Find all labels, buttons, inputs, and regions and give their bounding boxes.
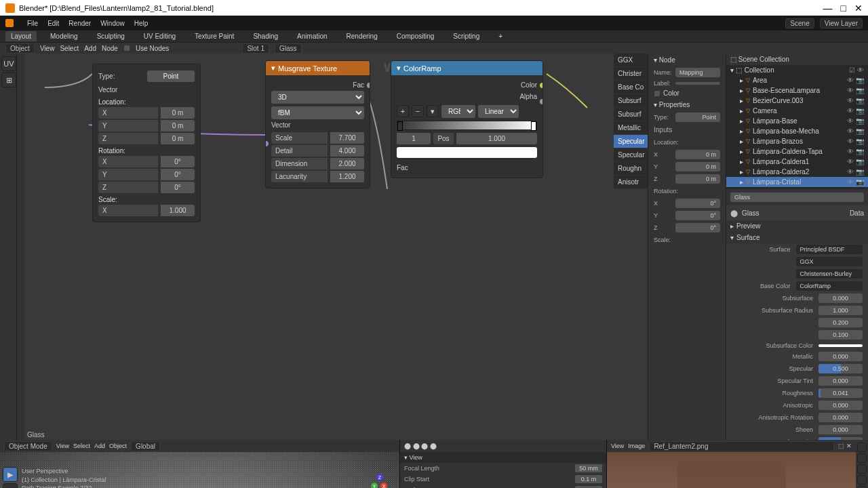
stop-index-field[interactable]: 1: [397, 133, 431, 144]
property-value[interactable]: Principled BSDF: [796, 245, 863, 254]
cursor-tool[interactable]: ⊕: [3, 483, 18, 488]
color-ramp-gradient[interactable]: [397, 121, 537, 130]
tab-layout[interactable]: Layout: [5, 31, 37, 41]
rot-y[interactable]: 0°: [161, 169, 195, 180]
property-value[interactable]: Christensen-Burley: [796, 269, 863, 279]
node-label-field[interactable]: [675, 82, 720, 85]
outliner-item[interactable]: ▸ ▽ Lámpara-Brazos👁 📷: [726, 136, 868, 146]
bsdf-row[interactable]: Roughn: [614, 162, 648, 176]
bsdf-row[interactable]: Subsurf: [614, 108, 648, 121]
tab-scripting[interactable]: Scripting: [448, 31, 485, 41]
property-value[interactable]: [818, 344, 863, 347]
property-value[interactable]: 0.000: [818, 425, 863, 434]
type-field[interactable]: Point: [675, 113, 720, 122]
remove-stop-button[interactable]: −: [412, 105, 424, 117]
property-value[interactable]: 0.000: [818, 413, 863, 422]
image-editor[interactable]: View Image Ref_Lantern2.png ⬚ ✕ 人人素材: [607, 440, 856, 488]
menu-image[interactable]: Image: [628, 443, 645, 449]
menu-view[interactable]: View: [40, 45, 55, 52]
property-value[interactable]: 0.000: [818, 376, 863, 386]
outliner-item[interactable]: ▸ ▽ Lámpara-Caldera2👁 📷: [726, 167, 868, 177]
scale-x[interactable]: 1.000: [161, 205, 195, 216]
output-tab-icon[interactable]: [857, 453, 867, 463]
3d-viewport[interactable]: Object Mode View Select Add Object Globa…: [0, 440, 400, 488]
bsdf-row[interactable]: Christer: [614, 67, 648, 81]
select-tool[interactable]: ▶: [3, 467, 18, 482]
type-dropdown[interactable]: fBM: [271, 106, 364, 119]
rot-z[interactable]: 0°: [161, 182, 195, 193]
scene-tab-icon[interactable]: [857, 475, 867, 485]
menu-render[interactable]: Render: [68, 20, 91, 27]
pos-field[interactable]: 1.000: [456, 133, 537, 144]
property-value[interactable]: 1.000: [818, 306, 863, 315]
menu-view[interactable]: View: [611, 443, 624, 449]
property-value[interactable]: 0.200: [818, 318, 863, 327]
tab-animation[interactable]: Animation: [292, 31, 332, 41]
mode-selector[interactable]: Object Mode: [4, 441, 52, 451]
musgrave-node[interactable]: ▾Musgrave Texture Fac 3D fBM Vector Scal…: [265, 60, 370, 188]
nav-gizmo[interactable]: X Y Z 🔍 ✋ 📷 ▦: [367, 472, 394, 488]
uv-icon[interactable]: UV: [1, 56, 16, 71]
property-value[interactable]: 0.000: [818, 401, 863, 410]
image-selector[interactable]: Ref_Lantern2.png: [649, 441, 834, 451]
rot-x[interactable]: 0°: [161, 156, 195, 167]
material-search[interactable]: Glass: [726, 189, 868, 205]
outliner-item[interactable]: ▸ ▽ Base-EscenaLampara👁 📷: [726, 85, 868, 96]
render-tab-icon[interactable]: [857, 443, 867, 452]
loc-z[interactable]: 0 m: [161, 133, 195, 144]
slot-selector[interactable]: Slot 1: [242, 43, 269, 54]
loc-y[interactable]: 0 m: [161, 120, 195, 131]
tab-texture-paint[interactable]: Texture Paint: [189, 31, 239, 41]
material-tab[interactable]: Glass: [742, 209, 760, 217]
lacunarity-field[interactable]: 1.200: [330, 171, 364, 182]
add-stop-button[interactable]: +: [397, 105, 409, 117]
outliner-item[interactable]: ▸ ▽ Lámpara-Caldera1👁 📷: [726, 157, 868, 167]
bsdf-row[interactable]: Metallic: [614, 121, 648, 135]
colorramp-node[interactable]: ▾ColorRamp Color Alpha + − ▾ RGB Linear …: [391, 60, 543, 178]
view-tab-icon[interactable]: [857, 464, 867, 474]
bsdf-row[interactable]: Anisotr: [614, 176, 648, 189]
color-swatch[interactable]: [397, 147, 537, 158]
property-value[interactable]: 0.500: [818, 364, 863, 373]
mapping-node[interactable]: Type: Point Vector Location: X0 m Y0 m Z…: [92, 64, 201, 222]
tool-icon[interactable]: ⊞: [1, 73, 16, 87]
property-value[interactable]: 0.041: [818, 388, 863, 398]
tab-rendering[interactable]: Rendering: [341, 31, 383, 41]
view-layer-selector[interactable]: View Layer: [820, 18, 863, 28]
outliner-item[interactable]: ▸ ▽ Lámpara-Cristal👁 📷: [726, 177, 868, 187]
loc-x[interactable]: 0 m: [161, 107, 195, 119]
tab-compositing[interactable]: Compositing: [391, 31, 440, 41]
tab-uv-editing[interactable]: UV Editing: [138, 31, 181, 41]
bsdf-row[interactable]: Subsurf: [614, 94, 648, 108]
tab-shading[interactable]: Shading: [248, 31, 283, 41]
interp-dropdown[interactable]: Linear: [478, 105, 519, 118]
type-dropdown[interactable]: Point: [147, 70, 195, 82]
property-value[interactable]: 0.000: [818, 293, 863, 303]
material-selector[interactable]: Glass: [275, 43, 302, 54]
data-tab[interactable]: Data: [850, 209, 864, 217]
property-value[interactable]: 0.100: [818, 330, 863, 340]
bsdf-node-partial[interactable]: GGXChristerBase CoSubsurfSubsurfMetallic…: [614, 54, 648, 189]
menu-help[interactable]: Help: [134, 20, 149, 27]
menu-file[interactable]: File: [27, 20, 38, 27]
bsdf-row[interactable]: Specular: [614, 135, 648, 148]
property-value[interactable]: 0.000: [818, 352, 863, 361]
bsdf-row[interactable]: Base Co: [614, 81, 648, 94]
scale-field[interactable]: 7.700: [330, 132, 364, 144]
clip-start-field[interactable]: 0.1 m: [575, 475, 602, 483]
orientation-dropdown[interactable]: Global: [131, 441, 160, 451]
detail-field[interactable]: 4.000: [330, 145, 364, 157]
outliner-item[interactable]: ▸ ▽ Lámpara-Base👁 📷: [726, 116, 868, 126]
outliner-item[interactable]: ▸ ▽ Lámpara-Caldera-Tapa👁 📷: [726, 146, 868, 157]
property-value[interactable]: GGX: [796, 257, 863, 266]
object-mode-selector[interactable]: Object: [5, 43, 35, 54]
menu-add[interactable]: Add: [84, 45, 96, 52]
tab-modeling[interactable]: Modeling: [45, 31, 83, 41]
close-icon[interactable]: ⬚ ✕: [838, 443, 852, 449]
collection-item[interactable]: ▾ ⬚ Collection☑ 👁: [726, 65, 868, 75]
dim-dropdown[interactable]: 3D: [271, 91, 364, 104]
outliner-item[interactable]: ▸ ▽ BezierCurve.003👁 📷: [726, 96, 868, 106]
menu-edit[interactable]: Edit: [47, 20, 59, 27]
node-name-field[interactable]: Mapping: [675, 68, 720, 77]
maximize-button[interactable]: □: [841, 3, 846, 14]
